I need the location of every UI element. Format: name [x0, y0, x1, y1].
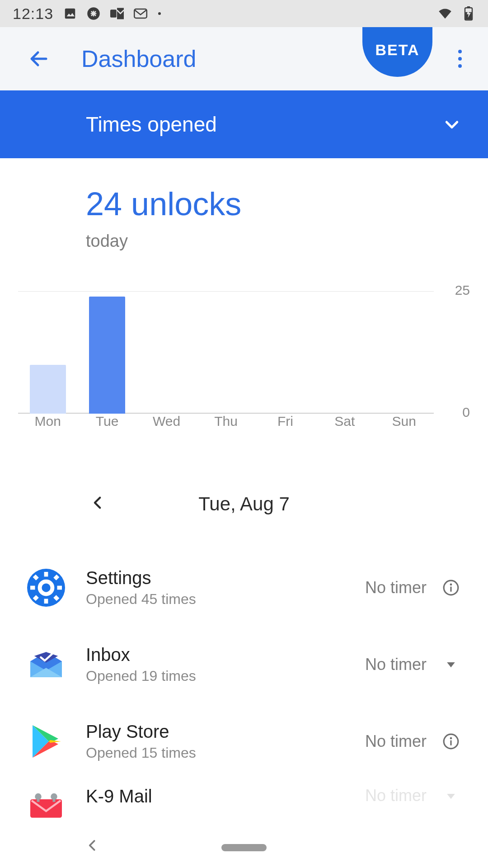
- beta-badge-label: BETA: [375, 41, 419, 59]
- svg-rect-40: [53, 797, 56, 802]
- mail-icon: [134, 7, 147, 20]
- app-name: Inbox: [86, 645, 365, 665]
- app-sub: Opened 19 times: [86, 668, 365, 684]
- app-name: Play Store: [86, 722, 365, 742]
- svg-marker-32: [49, 740, 61, 743]
- chart-x-tick: Wed: [137, 414, 196, 436]
- headline-subtitle: today: [86, 231, 488, 251]
- overflow-menu-button[interactable]: [451, 50, 469, 68]
- settings-app-icon: [27, 569, 65, 607]
- chart-x-tick: Fri: [256, 414, 315, 436]
- chart-bar[interactable]: [89, 297, 125, 414]
- headline-value: 24 unlocks: [86, 185, 488, 222]
- chart-x-axis: MonTueWedThuFriSatSun: [18, 414, 434, 436]
- k9mail-app-icon: [27, 786, 65, 824]
- svg-marker-41: [447, 794, 455, 799]
- svg-rect-8: [467, 6, 470, 8]
- headline: 24 unlocks today: [0, 158, 488, 251]
- app-name: Settings: [86, 568, 365, 588]
- list-item[interactable]: Play Store Opened 15 times No timer: [0, 703, 488, 780]
- wifi-icon: [438, 7, 452, 20]
- system-navigation-bar: [0, 827, 488, 868]
- battery-charging-icon: [462, 7, 475, 20]
- app-bar: Dashboard BETA: [0, 27, 488, 90]
- svg-rect-5: [134, 9, 147, 18]
- svg-rect-23: [450, 587, 451, 592]
- metric-selector-label: Times opened: [86, 112, 217, 137]
- timer-label: No timer: [365, 655, 427, 674]
- svg-rect-3: [110, 9, 117, 18]
- selected-date: Tue, Aug 7: [198, 493, 290, 515]
- image-icon: [63, 7, 77, 20]
- metric-selector[interactable]: Times opened: [0, 90, 488, 158]
- svg-line-17: [34, 576, 38, 579]
- page-title: Dashboard: [81, 45, 196, 72]
- inbox-app-icon: [27, 646, 65, 684]
- timer-label: No timer: [365, 732, 427, 751]
- chart-y-tick: 25: [455, 283, 470, 298]
- dropdown-caret-icon[interactable]: [441, 655, 461, 675]
- chart-bar[interactable]: [30, 365, 66, 414]
- date-navigator: Tue, Aug 7: [0, 486, 488, 522]
- chart-x-tick: Sat: [315, 414, 374, 436]
- app-sub: Opened 45 times: [86, 591, 365, 608]
- timer-label: No timer: [365, 578, 427, 597]
- svg-rect-39: [37, 797, 40, 802]
- chart-y-tick: 0: [462, 405, 470, 420]
- list-item[interactable]: Inbox Opened 19 times No timer: [0, 626, 488, 703]
- nav-back-button[interactable]: [86, 839, 104, 857]
- app-name: K-9 Mail: [86, 786, 365, 807]
- chevron-down-icon: [443, 115, 461, 133]
- chart-x-tick: Mon: [18, 414, 77, 436]
- svg-point-6: [158, 12, 161, 15]
- unlocks-bar-chart[interactable]: MonTueWedThuFriSatSun 025: [18, 292, 470, 436]
- back-button[interactable]: [25, 45, 52, 72]
- app-list: Settings Opened 45 times No timer Inbox …: [0, 549, 488, 825]
- list-item[interactable]: Settings Opened 45 times No timer: [0, 549, 488, 626]
- svg-marker-28: [447, 662, 455, 667]
- info-icon[interactable]: [441, 578, 461, 598]
- svg-rect-35: [450, 741, 451, 745]
- svg-line-18: [55, 596, 58, 599]
- svg-line-19: [55, 576, 58, 579]
- status-bar: 12:13: [0, 0, 488, 27]
- chart-x-tick: Sun: [375, 414, 434, 436]
- svg-point-34: [450, 737, 452, 740]
- timer-label: No timer: [365, 786, 427, 805]
- more-notifications-icon: [157, 7, 162, 20]
- svg-rect-0: [65, 9, 75, 19]
- outlook-icon: [110, 7, 124, 20]
- svg-line-20: [34, 596, 38, 599]
- dropdown-caret-icon[interactable]: [441, 786, 461, 806]
- slack-icon: [87, 7, 100, 20]
- beta-badge: BETA: [362, 27, 432, 77]
- play-store-app-icon: [27, 722, 65, 760]
- previous-day-button[interactable]: [90, 495, 108, 513]
- clock: 12:13: [13, 5, 53, 23]
- chart-x-tick: Thu: [196, 414, 255, 436]
- app-sub: Opened 15 times: [86, 745, 365, 761]
- nav-home-pill[interactable]: [221, 844, 267, 851]
- svg-point-22: [450, 584, 452, 586]
- info-icon[interactable]: [441, 731, 461, 751]
- chart-x-tick: Tue: [77, 414, 136, 436]
- list-item[interactable]: K-9 Mail No timer: [0, 780, 488, 825]
